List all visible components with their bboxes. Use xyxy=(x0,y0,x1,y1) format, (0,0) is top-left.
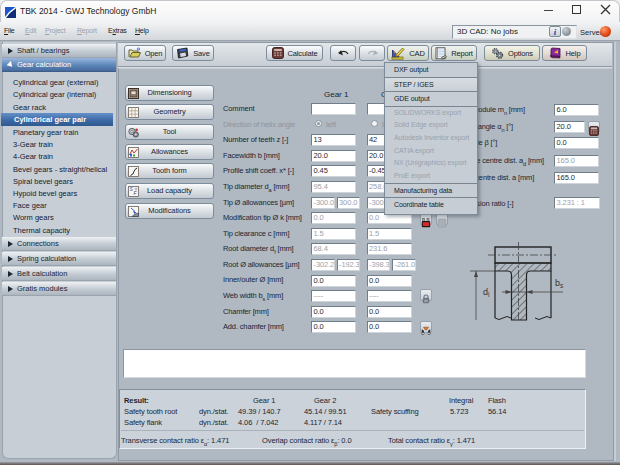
svg-text:bs: bs xyxy=(555,278,564,289)
svg-text:di: di xyxy=(483,287,489,298)
